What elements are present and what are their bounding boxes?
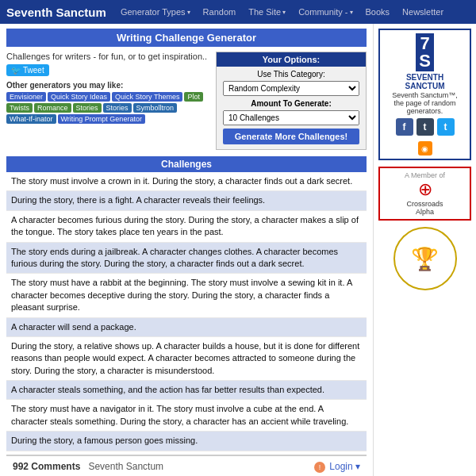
comments-count: 992 Comments xyxy=(13,461,80,472)
login-button[interactable]: ! Login ▾ xyxy=(314,461,360,473)
crossroads-label: A Member of xyxy=(383,171,466,179)
tumblr-icon[interactable]: t xyxy=(416,118,434,136)
options-box: Your Options: Use This Category: Random … xyxy=(216,52,367,150)
twitter-icon[interactable]: t xyxy=(437,118,455,136)
other-gens-label: Other generators you may like: xyxy=(6,81,209,90)
challenge-item: During the story, a famous person goes m… xyxy=(6,432,367,451)
tag-writing-prompt[interactable]: Writing Prompt Generator xyxy=(58,114,145,124)
login-icon: ! xyxy=(314,462,325,473)
generator-title: Writing Challenge Generator xyxy=(6,29,367,47)
amount-label: Amount To Generate: xyxy=(223,99,359,108)
challenge-item: A character steals something, and the ac… xyxy=(6,381,367,400)
nav-community[interactable]: Community - ▾ xyxy=(294,6,357,18)
tag-quick-story-themes[interactable]: Quick Story Themes xyxy=(112,92,182,102)
tag-symbolltron[interactable]: Symbolltron xyxy=(133,103,178,113)
nav-random[interactable]: Random xyxy=(198,6,241,18)
rss-icon[interactable]: ◉ xyxy=(418,141,432,155)
tag-stories-2[interactable]: Stories xyxy=(103,103,132,113)
challenge-item: The story must have a rabbit at the begi… xyxy=(6,274,367,317)
crossroads-box: A Member of ⊕ CrossroadsAlpha xyxy=(378,167,471,221)
challenge-item: During the story, there is a fight. A ch… xyxy=(6,191,367,210)
tag-quick-story-ideas[interactable]: Quick Story Ideas xyxy=(48,92,110,102)
tag-twists[interactable]: Twists xyxy=(6,103,33,113)
social-icons: f t t xyxy=(383,118,466,136)
comments-site: Seventh Sanctum xyxy=(88,461,163,472)
tag-romance[interactable]: Romance xyxy=(34,103,71,113)
logo-subtitle: Seventh Sanctum™,the page of randomgener… xyxy=(383,91,466,115)
challenge-item: A character becomes furious during the s… xyxy=(6,211,367,243)
nav-generator-types[interactable]: Generator Types ▾ xyxy=(116,6,195,18)
content-area: Writing Challenge Generator Challenges f… xyxy=(0,24,373,476)
challenge-item: A character will send a package. xyxy=(6,318,367,337)
challenge-item: The story must involve a crown in it. Du… xyxy=(6,172,367,191)
use-category-label: Use This Category: xyxy=(223,70,359,79)
options-box-title: Your Options: xyxy=(217,52,366,67)
nav-newsletter[interactable]: Newsletter xyxy=(397,6,448,18)
logo-letters: 7S xyxy=(416,33,434,71)
award-area: 🏆 xyxy=(378,227,471,290)
complexity-select[interactable]: Random Complexity xyxy=(223,81,359,96)
tag-stories-1[interactable]: Stories xyxy=(73,103,102,113)
nav-the-site[interactable]: The Site ▾ xyxy=(244,6,290,18)
chevron-down-icon: ▾ xyxy=(187,9,190,16)
crossroads-name: CrossroadsAlpha xyxy=(383,200,466,216)
challenge-item: The story must have a navigator in it. T… xyxy=(6,400,367,432)
facebook-icon[interactable]: f xyxy=(396,118,413,136)
challenge-item: During the story, a relative shows up. A… xyxy=(6,337,367,381)
tweet-button[interactable]: 🐦 Tweet xyxy=(6,64,49,76)
chevron-down-icon: ▾ xyxy=(350,9,353,16)
sidebar: 7S SEVENTHSANCTUM Seventh Sanctum™,the p… xyxy=(373,24,476,476)
chevron-down-icon: ▾ xyxy=(282,9,286,16)
twitter-icon: 🐦 xyxy=(11,66,21,75)
amount-select[interactable]: 10 Challenges xyxy=(223,110,359,125)
award-badge: 🏆 xyxy=(393,227,457,290)
sidebar-logo: 7S SEVENTHSANCTUM Seventh Sanctum™,the p… xyxy=(378,29,471,160)
options-area: Challenges for writers - for fun, or to … xyxy=(6,52,367,150)
header: Seventh Sanctum Generator Types ▾ Random… xyxy=(0,0,476,24)
comments-bar: 992 Comments Seventh Sanctum ! Login ▾ xyxy=(6,455,367,476)
left-area: Challenges for writers - for fun, or to … xyxy=(6,52,209,150)
nav-books[interactable]: Books xyxy=(361,6,395,18)
challenge-item: The story ends during a jailbreak. A cha… xyxy=(6,243,367,274)
tag-plot[interactable]: Plot xyxy=(184,92,203,102)
logo-title: SEVENTHSANCTUM xyxy=(383,73,466,90)
challenges-title: Challenges xyxy=(6,156,367,172)
main-layout: Writing Challenge Generator Challenges f… xyxy=(0,24,476,476)
challenges-list: The story must involve a crown in it. Du… xyxy=(6,172,367,451)
tag-what-if-inator[interactable]: What-If-inator xyxy=(6,114,56,124)
tag-envisioner[interactable]: Envisioner xyxy=(6,92,46,102)
tagline: Challenges for writers - for fun, or to … xyxy=(6,52,209,61)
generate-button[interactable]: Generate More Challenges! xyxy=(223,129,359,144)
site-title[interactable]: Seventh Sanctum xyxy=(6,6,106,19)
other-generator-tags: Envisioner Quick Story Ideas Quick Story… xyxy=(6,92,209,124)
crossroads-logo-icon: ⊕ xyxy=(383,179,466,200)
